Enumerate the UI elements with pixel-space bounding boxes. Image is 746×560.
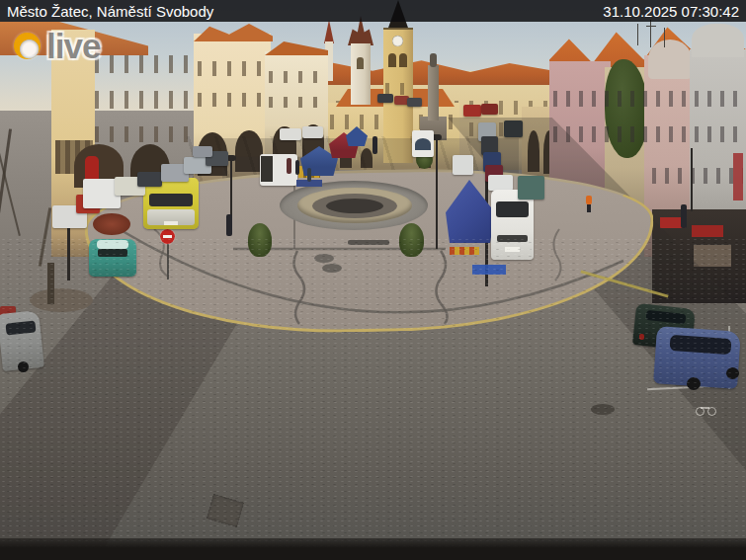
teal-van-parked [518, 176, 544, 200]
tv-antenna [650, 20, 651, 47]
plague-column-shaft [428, 65, 439, 120]
kiosk-graphic [415, 138, 431, 150]
bicycle-marking [701, 407, 709, 409]
teal-car-roof [97, 240, 128, 249]
street-lamp [436, 138, 438, 249]
parked-car [137, 172, 162, 187]
left-windows [95, 55, 194, 73]
manhole-cover [322, 264, 342, 273]
webcam-frame: Město Žatec, Náměstí Svobody 31.10.2025 … [0, 0, 746, 560]
right-windows [553, 126, 741, 142]
webcam-photo [0, 0, 746, 560]
street-lamp [691, 148, 693, 211]
tower-window [399, 53, 407, 67]
dark-wagon-taillight [639, 334, 644, 340]
market-goods [450, 247, 479, 255]
bottom-shadow [0, 538, 746, 560]
worker-legs [587, 204, 591, 212]
vendor-van-door [261, 156, 273, 182]
left-windows [198, 93, 269, 107]
shop-window-glow [694, 245, 731, 267]
yellow-van-windshield [149, 194, 193, 206]
tv-antenna [646, 26, 656, 27]
arcade-arch [528, 130, 539, 172]
tower-window [388, 53, 396, 67]
parked-car [463, 105, 481, 117]
white-van-grill [497, 235, 528, 242]
left-windows [269, 97, 326, 108]
market-shopper [307, 168, 311, 182]
clock-face [392, 36, 403, 46]
camera-title: Město Žatec, Náměstí Svobody [7, 3, 213, 20]
white-van-windshield [496, 201, 529, 217]
parked-car [280, 128, 301, 140]
street-lamp [67, 221, 70, 280]
white-van-plate [505, 247, 520, 252]
market-vendor [287, 158, 291, 174]
pedestrian [226, 214, 232, 236]
left-windows [95, 126, 194, 142]
left-windows [198, 61, 269, 76]
church-tower [351, 43, 371, 105]
church-tower-window [357, 57, 364, 69]
yellow-van-plate [164, 221, 178, 225]
suv-driving [504, 120, 523, 137]
left-windows [269, 71, 326, 83]
parked-car [193, 146, 212, 157]
timestamp: 31.10.2025 07:30:42 [603, 3, 739, 20]
teal-car-rear-window [98, 249, 127, 257]
market-vendor [295, 160, 299, 175]
right-round-gable [648, 40, 692, 79]
market-stand-blue [472, 265, 506, 275]
left-windows [95, 91, 194, 109]
parked-car [302, 126, 323, 138]
pavement-plaque [348, 240, 389, 245]
fountain-basin [326, 199, 383, 213]
blue-hatchback-wheel [726, 367, 739, 379]
pedestrian [681, 204, 687, 228]
right-baroque-gable [692, 24, 744, 57]
no-entry-bar [163, 235, 172, 238]
tv-antenna [664, 28, 665, 47]
white-car-driving [453, 155, 473, 175]
distant-car [407, 98, 422, 107]
worker-orange-vest [586, 196, 592, 204]
tree-dirt-circle [30, 288, 93, 312]
shrub-conical [399, 223, 424, 257]
manhole-cover [591, 404, 615, 415]
tree-trunk [47, 263, 54, 304]
shop-banner [733, 153, 743, 200]
tv-antenna [637, 24, 638, 45]
overlay-bar: Město Žatec, Náměstí Svobody 31.10.2025 … [0, 0, 746, 22]
shrub-conical [248, 223, 272, 257]
right-windows [553, 91, 741, 107]
right-windows [652, 168, 743, 184]
live-watermark: live [14, 33, 100, 59]
gray-suv-wheel [18, 361, 29, 372]
parked-car [481, 104, 498, 115]
distant-car [377, 94, 393, 103]
parked-van [488, 175, 513, 191]
manhole-cover [314, 254, 334, 263]
plague-column-statue [430, 53, 437, 67]
autumn-bush [93, 213, 130, 235]
blue-hatchback-wheel [687, 377, 701, 390]
shop-sign-red [692, 225, 723, 237]
live-logo-icon [14, 33, 41, 59]
pedestrian [373, 136, 377, 154]
live-logo-text: live [46, 33, 100, 59]
sign-post [167, 244, 169, 280]
